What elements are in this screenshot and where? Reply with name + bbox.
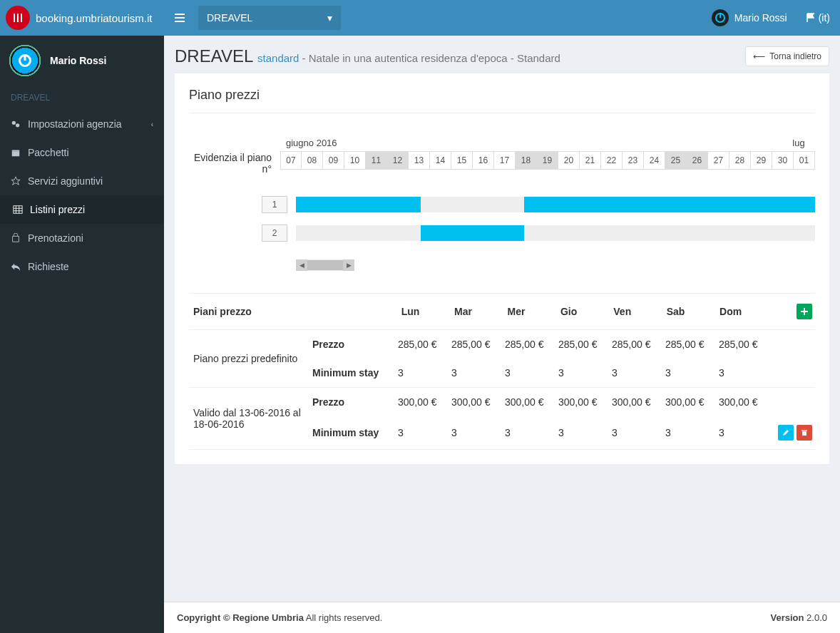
- gantt-day-08[interactable]: 08: [302, 151, 323, 170]
- th-dom: Dom: [719, 306, 772, 317]
- gantt-day-22[interactable]: 22: [601, 151, 623, 170]
- gantt-day-17[interactable]: 17: [494, 151, 516, 170]
- price-cell: 285,00 €: [665, 339, 719, 350]
- th-mar: Mar: [454, 306, 507, 317]
- page-title-link[interactable]: standard: [257, 52, 299, 64]
- gantt-day-20[interactable]: 20: [558, 151, 580, 170]
- gantt-day-24[interactable]: 24: [644, 151, 665, 170]
- sidebar-item-label: Impostazioni agenzia: [28, 118, 122, 130]
- gantt-day-09[interactable]: 09: [323, 151, 344, 170]
- gantt-day-23[interactable]: 23: [623, 151, 644, 170]
- gantt-day-27[interactable]: 27: [708, 151, 729, 170]
- th-sab: Sab: [667, 306, 719, 317]
- topbar-username: Mario Rossi: [734, 12, 787, 24]
- table-icon: [13, 205, 23, 215]
- bars-icon: [175, 13, 185, 23]
- price-cell: 285,00 €: [612, 339, 665, 350]
- th-mer: Mer: [507, 306, 560, 317]
- agency-dropdown-label: DREAVEL: [207, 12, 252, 24]
- page-title-desc: - Natale in una autentica residenza d'ep…: [299, 52, 560, 64]
- chevron-down-icon: ▾: [327, 12, 332, 24]
- svg-rect-22: [801, 430, 807, 431]
- svg-rect-5: [175, 21, 185, 22]
- gantt-day-14[interactable]: 14: [430, 151, 451, 170]
- price-group-name: Valido dal 13-06-2016 al 18-06-2016: [189, 388, 312, 449]
- price-cell: 300,00 €: [612, 396, 665, 408]
- minstay-cell: 3: [398, 427, 451, 438]
- footer-copyright-bold: Copyright © Regione Umbria: [177, 612, 304, 623]
- back-button[interactable]: ⟵ Torna indietro: [745, 46, 829, 66]
- back-button-label: Torna indietro: [769, 51, 821, 61]
- gantt-day-11[interactable]: 11: [366, 151, 387, 170]
- svg-point-11: [16, 123, 19, 127]
- gantt-day-28[interactable]: 28: [729, 151, 751, 170]
- scroll-left-icon[interactable]: ◀: [296, 259, 307, 271]
- sidebar-item-impostazioni[interactable]: Impostazioni agenzia ‹: [0, 110, 164, 138]
- agency-dropdown[interactable]: DREAVEL ▾: [198, 6, 341, 30]
- sidebar-item-listini[interactable]: Listini prezzi: [0, 195, 164, 224]
- gantt-day-18[interactable]: 18: [516, 151, 537, 170]
- gantt-day-15[interactable]: 15: [451, 151, 473, 170]
- row-label-minstay: Minimum stay: [312, 427, 398, 438]
- sidebar-item-prenotazioni[interactable]: Prenotazioni: [0, 224, 164, 252]
- gears-icon: [11, 119, 21, 129]
- topbar-user[interactable]: Mario Rossi: [703, 0, 796, 36]
- locale-label: (it): [819, 12, 830, 24]
- star-icon: [11, 176, 21, 186]
- gift-icon: [11, 148, 21, 158]
- sidebar-item-label: Prenotazioni: [28, 232, 83, 244]
- row-label-price: Prezzo: [312, 396, 398, 408]
- gantt-day-12[interactable]: 12: [387, 151, 409, 170]
- th-gio: Gio: [560, 306, 613, 317]
- scroll-right-icon[interactable]: ▶: [343, 259, 354, 271]
- gantt-day-19[interactable]: 19: [537, 151, 558, 170]
- price-cell: 285,00 €: [558, 339, 612, 350]
- power-icon: [712, 9, 729, 26]
- gantt-day-07[interactable]: 07: [280, 151, 302, 170]
- brand-area[interactable]: booking.umbriatourism.it: [0, 0, 164, 36]
- flag-icon: [806, 13, 816, 23]
- gantt-day-13[interactable]: 13: [409, 151, 430, 170]
- add-plan-button[interactable]: [797, 304, 812, 319]
- brand-text: booking.umbriatourism.it: [36, 12, 152, 24]
- gantt-day-30[interactable]: 30: [772, 151, 794, 170]
- bag-icon: [11, 233, 21, 243]
- sidebar-username: Mario Rossi: [50, 55, 106, 66]
- gantt-day-29[interactable]: 29: [751, 151, 772, 170]
- gantt-day-16[interactable]: 16: [473, 151, 494, 170]
- gantt-bar[interactable]: [296, 197, 421, 212]
- gantt-day-21[interactable]: 21: [580, 151, 601, 170]
- footer-version: 2.0.0: [804, 612, 827, 623]
- sidebar-item-label: Pacchetti: [28, 147, 69, 158]
- divider: [189, 113, 815, 113]
- price-cell: 300,00 €: [719, 396, 772, 408]
- menu-toggle[interactable]: [164, 0, 195, 36]
- gantt-month-left: giugno 2016: [286, 138, 788, 148]
- minstay-cell: 3: [451, 367, 505, 379]
- gantt-bar[interactable]: [421, 225, 525, 241]
- th-plan: Piani prezzo: [189, 306, 317, 317]
- locale-selector[interactable]: (it): [796, 0, 840, 36]
- gantt-bar[interactable]: [524, 197, 815, 212]
- gantt-day-10[interactable]: 10: [344, 151, 366, 170]
- scroll-thumb[interactable]: [307, 260, 343, 270]
- gantt-day-25[interactable]: 25: [665, 151, 687, 170]
- gantt-month-right: lug: [788, 138, 809, 148]
- gantt-day-26[interactable]: 26: [687, 151, 708, 170]
- sidebar-item-servizi[interactable]: Servizi aggiuntivi: [0, 167, 164, 195]
- gantt-day-01[interactable]: 01: [794, 151, 815, 170]
- sidebar-item-richieste[interactable]: Richieste: [0, 252, 164, 281]
- edit-plan-button[interactable]: [778, 425, 794, 441]
- minstay-cell: 3: [558, 367, 612, 379]
- row-label-price: Prezzo: [312, 339, 398, 350]
- price-cell: 285,00 €: [505, 339, 558, 350]
- plan-badge-1[interactable]: 1: [262, 196, 287, 213]
- sidebar-item-pacchetti[interactable]: Pacchetti: [0, 138, 164, 167]
- delete-plan-button[interactable]: [797, 425, 812, 441]
- gantt-track-2: [296, 225, 815, 241]
- svg-rect-2: [21, 14, 22, 22]
- footer: Copyright © Regione Umbria All rights re…: [164, 602, 840, 633]
- gantt-scrollbar[interactable]: ◀ ▶: [296, 259, 354, 271]
- minstay-cell: 3: [612, 367, 665, 379]
- plan-badge-2[interactable]: 2: [262, 225, 287, 242]
